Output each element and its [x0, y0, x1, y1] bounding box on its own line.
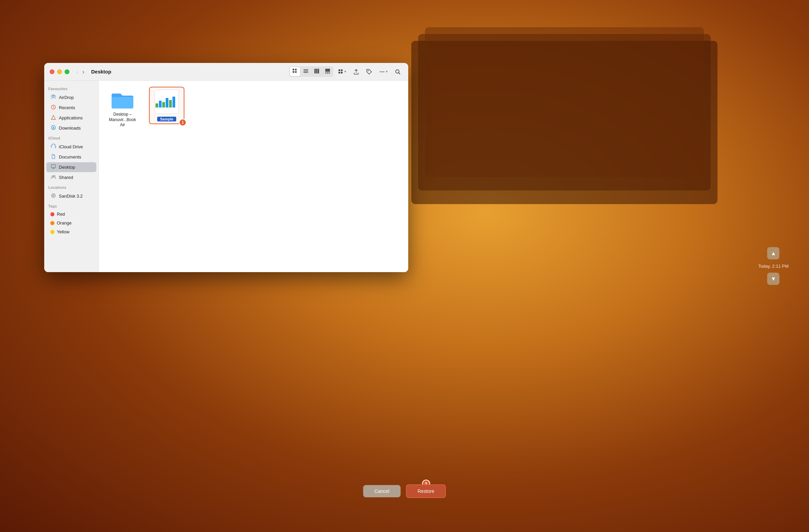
svg-point-22 [396, 70, 399, 73]
tags-label: Tags [44, 201, 98, 210]
column-view-button[interactable] [312, 67, 322, 76]
sidebar-item-downloads[interactable]: Downloads [46, 123, 96, 133]
tag-orange-label: Orange [57, 220, 71, 226]
shared-label: Shared [59, 175, 73, 180]
more-views-button[interactable]: ▾ [336, 68, 348, 76]
desktop-label: Desktop [59, 165, 75, 170]
maximize-button[interactable] [65, 69, 69, 74]
svg-rect-17 [341, 72, 343, 73]
svg-rect-16 [339, 72, 340, 73]
sidebar-item-tag-orange[interactable]: Orange [46, 219, 96, 227]
sidebar-item-icloud-drive[interactable]: iCloud Drive [46, 142, 96, 152]
svg-rect-7 [314, 69, 316, 73]
svg-rect-15 [341, 69, 343, 71]
window-title: Desktop [91, 69, 111, 74]
file-area: Desktop –Manuvir...Book Air [99, 81, 408, 272]
sample-file-name-badge: Sample [157, 117, 176, 121]
nav-buttons: ‹ › [75, 68, 86, 76]
svg-rect-3 [295, 71, 297, 73]
favourites-label: Favourites [44, 84, 98, 92]
restore-button[interactable]: Restore [406, 484, 446, 498]
scroll-up-button[interactable]: ▲ [767, 247, 779, 260]
shared-icon [50, 174, 56, 181]
traffic-lights [50, 69, 69, 74]
svg-rect-6 [303, 72, 308, 73]
svg-line-23 [399, 73, 400, 74]
share-button[interactable] [351, 67, 361, 76]
locations-label: Locations [44, 183, 98, 191]
svg-rect-27 [51, 165, 55, 168]
svg-rect-11 [325, 72, 327, 73]
svg-rect-8 [316, 69, 317, 73]
icon-view-button[interactable] [290, 67, 300, 76]
numbers-file-icon [154, 89, 179, 114]
chevron-icon: ▾ [344, 69, 346, 74]
sidebar-item-recents[interactable]: Recents [46, 103, 96, 113]
chevron-icon: ▾ [386, 69, 388, 74]
gallery-view-button[interactable] [323, 67, 333, 76]
list-view-button[interactable] [301, 67, 311, 76]
tag-orange-dot [50, 221, 54, 225]
svg-rect-10 [325, 69, 330, 72]
sidebar-item-airdrop[interactable]: AirDrop [46, 93, 96, 102]
icloud-label: iCloud [44, 133, 98, 142]
svg-point-21 [383, 71, 384, 72]
time-display: Today, 2:11 PM [758, 264, 789, 269]
svg-rect-2 [293, 71, 294, 73]
search-button[interactable] [393, 67, 403, 76]
svg-rect-5 [303, 71, 308, 71]
minimize-button[interactable] [57, 69, 62, 74]
sample-file-item[interactable]: Sample 1 [150, 87, 184, 123]
airdrop-icon [50, 94, 56, 101]
sidebar-item-desktop[interactable]: Desktop [46, 162, 96, 172]
sidebar-item-sandisk[interactable]: SanDisk 3.2 [46, 191, 96, 201]
desktop-icon [50, 164, 56, 170]
svg-point-29 [54, 176, 55, 177]
sidebar-item-applications[interactable]: Applications [46, 113, 96, 123]
recents-label: Recents [59, 105, 75, 110]
cancel-button[interactable]: Cancel [363, 485, 400, 497]
more-options-button[interactable]: ▾ [377, 67, 390, 76]
svg-rect-1 [295, 69, 297, 70]
icloud-drive-label: iCloud Drive [59, 144, 83, 149]
svg-rect-14 [339, 69, 340, 71]
finder-window: ‹ › Desktop ▾ [44, 63, 408, 272]
svg-point-20 [382, 71, 383, 72]
downloads-label: Downloads [59, 126, 81, 131]
tag-red-label: Red [57, 212, 65, 217]
restore-button-container: 2 Restore [406, 484, 446, 498]
tag-yellow-dot [50, 230, 54, 234]
desktop-folder-label: Desktop –Manuvir...Book Air [108, 112, 137, 128]
airdrop-label: AirDrop [59, 95, 74, 100]
svg-point-30 [52, 194, 55, 198]
documents-label: Documents [59, 154, 81, 160]
documents-icon [50, 154, 56, 160]
svg-rect-13 [329, 72, 330, 73]
svg-point-31 [53, 195, 54, 196]
back-button[interactable]: ‹ [75, 68, 80, 76]
chart-bars [154, 95, 177, 108]
icloud-drive-icon [50, 144, 56, 150]
tag-button[interactable] [364, 67, 374, 76]
sidebar: Favourites AirDrop Recents Applications [44, 81, 99, 272]
sandisk-icon [50, 193, 56, 199]
close-button[interactable] [50, 69, 54, 74]
sidebar-item-documents[interactable]: Documents [46, 152, 96, 162]
desktop-folder-item[interactable]: Desktop –Manuvir...Book Air [105, 87, 139, 130]
svg-point-18 [368, 70, 369, 71]
right-panel: ▲ Today, 2:11 PM ▼ [758, 247, 789, 285]
recents-icon [50, 104, 56, 111]
svg-rect-4 [303, 69, 308, 70]
sandisk-label: SanDisk 3.2 [59, 194, 83, 199]
svg-rect-12 [327, 72, 328, 73]
svg-point-24 [53, 96, 54, 97]
svg-rect-9 [318, 69, 319, 73]
forward-button[interactable]: › [81, 68, 86, 76]
applications-icon [50, 115, 56, 121]
sidebar-item-tag-yellow[interactable]: Yellow [46, 228, 96, 236]
sidebar-item-tag-red[interactable]: Red [46, 210, 96, 218]
downloads-icon [50, 125, 56, 131]
scroll-down-button[interactable]: ▼ [767, 273, 779, 285]
sidebar-item-shared[interactable]: Shared [46, 172, 96, 182]
applications-label: Applications [59, 115, 83, 120]
